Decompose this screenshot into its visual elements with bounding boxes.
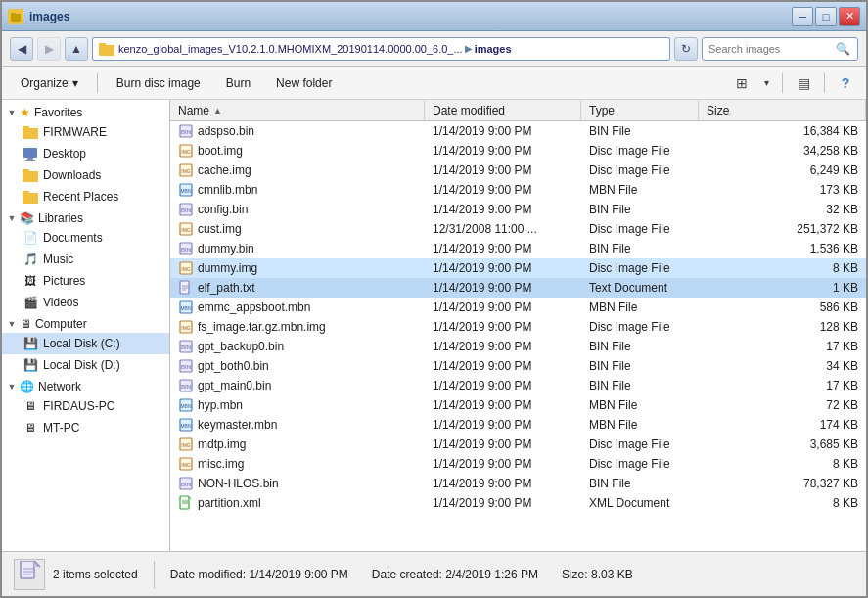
file-cell-date: 1/14/2019 9:00 PM [425, 278, 581, 297]
nav-item-desktop[interactable]: Desktop [2, 143, 169, 164]
file-type-icon: IMG [178, 319, 194, 335]
table-row[interactable]: IMG fs_image.tar.gz.mbn.img 1/14/2019 9:… [170, 317, 866, 337]
svg-rect-58 [21, 561, 34, 578]
nav-item-mt[interactable]: 🖥 MT-PC [2, 417, 169, 438]
svg-text:MBN: MBN [180, 188, 192, 194]
music-icon: 🎵 [22, 251, 39, 268]
file-type-icon: BIN [178, 339, 194, 354]
view-toggle-button[interactable]: ⊞ [729, 70, 754, 96]
search-input[interactable] [708, 43, 836, 55]
file-type-icon: IMG [178, 456, 194, 472]
file-cell-size: 1,536 KB [699, 239, 866, 257]
address-path[interactable]: kenzo_global_images_V10.2.1.0.MHOMIXM_20… [92, 37, 670, 61]
svg-rect-5 [23, 126, 29, 130]
desktop-label: Desktop [43, 147, 86, 161]
table-row[interactable]: BIN NON-HLOS.bin 1/14/2019 9:00 PM BIN F… [170, 474, 866, 493]
file-cell-name: partition.xml [170, 493, 425, 512]
nav-item-documents[interactable]: 📄 Documents [2, 227, 169, 249]
desktop-icon [22, 145, 39, 162]
col-header-name[interactable]: Name ▲ [170, 100, 425, 120]
file-cell-type: Disc Image File [581, 317, 699, 336]
file-cell-type: Text Document [581, 278, 699, 297]
table-row[interactable]: elf_path.txt 1/14/2019 9:00 PM Text Docu… [170, 278, 866, 298]
table-row[interactable]: BIN dummy.bin 1/14/2019 9:00 PM BIN File… [170, 239, 866, 258]
favorites-header[interactable]: ▼ ★ Favorites [2, 104, 169, 121]
table-row[interactable]: BIN gpt_both0.bin 1/14/2019 9:00 PM BIN … [170, 356, 866, 376]
table-row[interactable]: MBN keymaster.mbn 1/14/2019 9:00 PM MBN … [170, 415, 866, 435]
preview-button[interactable]: ▤ [791, 70, 816, 96]
nav-item-downloads[interactable]: Downloads [2, 164, 169, 186]
table-row[interactable]: IMG boot.img 1/14/2019 9:00 PM Disc Imag… [170, 141, 866, 161]
maximize-button[interactable]: □ [815, 7, 837, 26]
file-cell-date: 1/14/2019 9:00 PM [425, 200, 581, 218]
up-button[interactable]: ▲ [65, 37, 88, 61]
col-header-date[interactable]: Date modified [425, 100, 581, 120]
mt-label: MT-PC [43, 421, 79, 435]
file-cell-date: 1/14/2019 9:00 PM [425, 141, 581, 160]
file-cell-name: elf_path.txt [170, 278, 425, 297]
file-type-icon: MBN [178, 299, 194, 315]
table-row[interactable]: IMG dummy.img 1/14/2019 9:00 PM Disc Ima… [170, 258, 866, 278]
toolbar-sep-3 [824, 73, 825, 93]
path-text: kenzo_global_images_V10.2.1.0.MHOMIXM_20… [118, 43, 463, 55]
view-chevron-button[interactable]: ▾ [758, 70, 774, 96]
file-cell-size: 1 KB [699, 278, 866, 297]
new-folder-button[interactable]: New folder [265, 70, 343, 96]
minimize-button[interactable]: ─ [792, 7, 813, 26]
nav-item-music[interactable]: 🎵 Music [2, 249, 169, 270]
table-row[interactable]: IMG cust.img 12/31/2008 11:00 ... Disc I… [170, 219, 866, 239]
organize-button[interactable]: Organize ▾ [10, 70, 89, 96]
status-date-created: Date created: 2/4/2019 1:26 PM [372, 568, 538, 581]
file-cell-date: 1/14/2019 9:00 PM [425, 395, 581, 414]
file-list: Name ▲ Date modified Type Size BIN adsps… [170, 100, 866, 551]
file-cell-name: IMG cust.img [170, 219, 425, 238]
window-icon [8, 9, 23, 24]
back-button[interactable]: ◀ [10, 37, 33, 61]
file-cell-size: 8 KB [699, 454, 866, 473]
table-row[interactable]: IMG cache.img 1/14/2019 9:00 PM Disc Ima… [170, 161, 866, 180]
nav-item-local-c[interactable]: 💾 Local Disk (C:) [2, 333, 169, 354]
forward-button[interactable]: ▶ [37, 37, 61, 61]
path-current: images [475, 43, 512, 55]
burn-button[interactable]: Burn [215, 70, 261, 96]
close-button[interactable]: ✕ [839, 7, 860, 26]
burn-disc-button[interactable]: Burn disc image [106, 70, 211, 96]
svg-rect-1 [11, 13, 16, 16]
file-cell-date: 1/14/2019 9:00 PM [425, 356, 581, 375]
table-row[interactable]: MBN hyp.mbn 1/14/2019 9:00 PM MBN File 7… [170, 395, 866, 415]
file-cell-date: 1/14/2019 9:00 PM [425, 376, 581, 394]
path-arrow: ▶ [465, 43, 473, 54]
svg-marker-30 [189, 281, 192, 284]
nav-item-videos[interactable]: 🎬 Videos [2, 292, 169, 313]
computer-header[interactable]: ▼ 🖥 Computer [2, 315, 169, 333]
file-name: partition.xml [198, 496, 261, 510]
table-row[interactable]: IMG misc.img 1/14/2019 9:00 PM Disc Imag… [170, 454, 866, 474]
firdaus-label: FIRDAUS-PC [43, 399, 114, 413]
table-row[interactable]: IMG mdtp.img 1/14/2019 9:00 PM Disc Imag… [170, 435, 866, 454]
table-row[interactable]: partition.xml 1/14/2019 9:00 PM XML Docu… [170, 493, 866, 513]
table-row[interactable]: MBN cmnlib.mbn 1/14/2019 9:00 PM MBN Fil… [170, 180, 866, 200]
table-row[interactable]: BIN gpt_backup0.bin 1/14/2019 9:00 PM BI… [170, 337, 866, 356]
table-row[interactable]: BIN config.bin 1/14/2019 9:00 PM BIN Fil… [170, 200, 866, 219]
file-cell-size: 78,327 KB [699, 474, 866, 492]
nav-item-pictures[interactable]: 🖼 Pictures [2, 270, 169, 292]
network-header[interactable]: ▼ 🌐 Network [2, 378, 169, 395]
pictures-icon: 🖼 [22, 272, 39, 290]
nav-item-firmware[interactable]: FIRMWARE [2, 121, 169, 143]
search-box[interactable]: 🔍 [702, 37, 858, 61]
nav-item-recent[interactable]: Recent Places [2, 186, 169, 207]
nav-item-local-d[interactable]: 💾 Local Disk (D:) [2, 354, 169, 376]
favorites-section: ▼ ★ Favorites FIRMWARE Desktop [2, 104, 169, 207]
help-button[interactable]: ? [833, 70, 858, 96]
col-header-type[interactable]: Type [581, 100, 699, 120]
file-type-icon [178, 280, 194, 296]
col-header-size[interactable]: Size [699, 100, 866, 120]
file-cell-type: MBN File [581, 395, 699, 414]
nav-item-firdaus[interactable]: 🖥 FIRDAUS-PC [2, 395, 169, 417]
libraries-header[interactable]: ▼ 📚 Libraries [2, 209, 169, 227]
file-list-header: Name ▲ Date modified Type Size [170, 100, 866, 121]
table-row[interactable]: BIN adspso.bin 1/14/2019 9:00 PM BIN Fil… [170, 121, 866, 141]
refresh-button[interactable]: ↻ [674, 37, 698, 61]
table-row[interactable]: MBN emmc_appsboot.mbn 1/14/2019 9:00 PM … [170, 298, 866, 317]
table-row[interactable]: BIN gpt_main0.bin 1/14/2019 9:00 PM BIN … [170, 376, 866, 395]
